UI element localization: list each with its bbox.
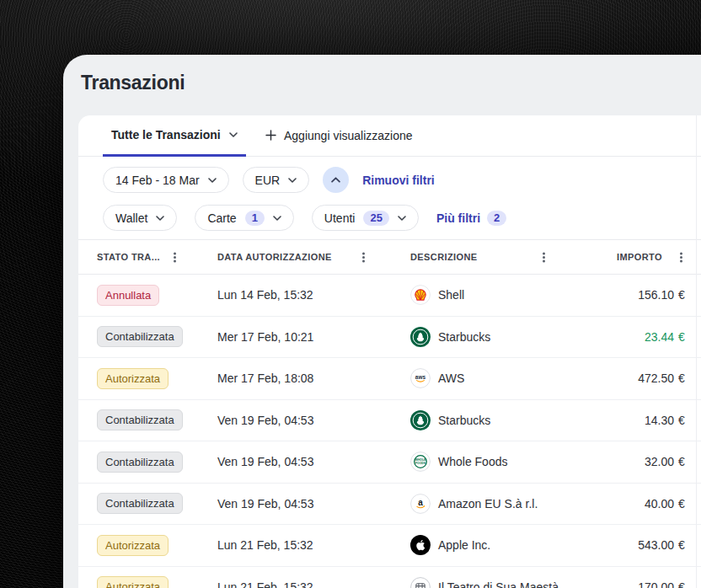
transaction-date: Ven 19 Feb, 04:53 xyxy=(201,455,390,468)
header-status: STATO TRA... xyxy=(78,250,201,264)
tab-all-transactions[interactable]: Tutte le Transazioni xyxy=(103,115,246,157)
header-auth-date: DATA AUTORIZZAZIONE xyxy=(201,250,390,264)
transaction-amount: 170.00 xyxy=(638,580,674,588)
status-badge: Contabilizzata xyxy=(97,409,183,430)
transaction-amount: 23.44 xyxy=(645,330,674,344)
chevron-down-icon xyxy=(208,178,217,183)
currency-symbol: € xyxy=(678,497,688,510)
remove-filters-link[interactable]: Rimuovi filtri xyxy=(362,174,435,187)
chevron-up-icon xyxy=(331,177,340,183)
status-cell: Contabilizzata xyxy=(78,452,201,473)
header-description-label: DESCRIZIONE xyxy=(410,252,478,262)
currency-symbol: € xyxy=(678,580,688,588)
amount-cell: 472.50 € xyxy=(570,372,688,385)
description-cell: Apple Inc. xyxy=(390,535,570,555)
table-body: Annullata Lun 14 Feb, 15:32 Shell 156.10… xyxy=(78,275,701,588)
users-count-badge: 25 xyxy=(363,211,388,226)
transaction-date: Mer 17 Feb, 10:21 xyxy=(201,330,390,344)
column-menu-icon[interactable] xyxy=(674,250,688,264)
shell-icon xyxy=(410,285,431,305)
users-filter[interactable]: Utenti 25 xyxy=(312,205,419,231)
transaction-amount: 543.00 xyxy=(638,538,674,552)
description-cell: Il Teatro di Sua Maestà xyxy=(390,577,570,588)
wallet-filter[interactable]: Wallet xyxy=(103,205,177,231)
date-range-value: 14 Feb - 18 Mar xyxy=(115,174,200,187)
merchant-name: AWS xyxy=(438,372,464,385)
transaction-amount: 40.00 xyxy=(645,497,674,510)
transaction-date: Ven 19 Feb, 04:53 xyxy=(201,497,390,510)
svg-text:FOODS: FOODS xyxy=(415,462,426,465)
header-description: DESCRIZIONE xyxy=(390,250,570,264)
transaction-date: Lun 21 Feb, 15:32 xyxy=(201,580,390,588)
merchant-name: Il Teatro di Sua Maestà xyxy=(438,580,559,588)
amount-cell: 40.00 € xyxy=(570,497,688,510)
collapse-filters-button[interactable] xyxy=(323,167,349,193)
table-row[interactable]: Contabilizzata Ven 19 Feb, 04:53 Starbuc… xyxy=(78,400,701,442)
table-row[interactable]: Autorizzata Lun 21 Feb, 15:32 Apple Inc.… xyxy=(78,525,701,567)
cards-filter[interactable]: Carte 1 xyxy=(195,205,293,231)
status-cell: Autorizzata xyxy=(78,535,201,556)
starbucks-icon xyxy=(410,410,431,430)
description-cell: Shell xyxy=(390,285,570,305)
status-badge: Contabilizzata xyxy=(97,493,183,514)
more-filters-button[interactable]: Più filtri 2 xyxy=(436,211,506,226)
transactions-window: Transazioni Tutte le Transazioni Aggiung… xyxy=(63,55,701,588)
amazon-icon: a xyxy=(410,494,431,514)
description-cell: Starbucks xyxy=(390,327,570,347)
header-status-label: STATO TRA... xyxy=(97,252,160,262)
column-menu-icon[interactable] xyxy=(537,250,550,264)
theater-icon xyxy=(410,577,431,588)
transaction-amount: 156.10 xyxy=(638,288,674,302)
cards-count-badge: 1 xyxy=(245,211,265,226)
merchant-name: Apple Inc. xyxy=(438,538,490,552)
status-badge: Annullata xyxy=(97,285,159,306)
transaction-amount: 472.50 xyxy=(638,372,674,385)
status-cell: Contabilizzata xyxy=(78,493,201,514)
view-tabs: Tutte le Transazioni Aggiungi visualizza… xyxy=(78,115,701,157)
currency-filter[interactable]: EUR xyxy=(243,167,310,193)
header-auth-date-label: DATA AUTORIZZAZIONE xyxy=(217,252,332,262)
merchant-name: Starbucks xyxy=(438,414,490,427)
chevron-down-icon xyxy=(156,216,164,221)
transaction-amount: 32.00 xyxy=(645,455,674,468)
status-cell: Annullata xyxy=(78,285,201,306)
chevron-down-icon xyxy=(288,178,297,183)
column-menu-icon[interactable] xyxy=(356,250,370,264)
date-range-filter[interactable]: 14 Feb - 18 Mar xyxy=(103,167,229,193)
transactions-panel: Tutte le Transazioni Aggiungi visualizza… xyxy=(78,115,701,588)
table-row[interactable]: Contabilizzata Ven 19 Feb, 04:53 WHOLEFO… xyxy=(78,441,701,484)
table-row[interactable]: Annullata Lun 14 Feb, 15:32 Shell 156.10… xyxy=(78,275,701,317)
add-view-button[interactable]: Aggiungi visualizzazione xyxy=(265,115,413,155)
currency-value: EUR xyxy=(255,174,281,187)
add-view-label: Aggiungi visualizzazione xyxy=(284,129,413,142)
currency-symbol: € xyxy=(678,538,688,552)
header-amount-label: IMPORTO xyxy=(617,252,662,262)
amount-cell: 14.30 € xyxy=(570,414,688,427)
merchant-name: Whole Foods xyxy=(438,455,507,468)
more-filters-label: Più filtri xyxy=(436,211,480,225)
currency-symbol: € xyxy=(678,414,688,427)
column-menu-icon[interactable] xyxy=(168,250,181,264)
amount-cell: 23.44 € xyxy=(570,330,688,344)
plus-icon xyxy=(265,130,276,141)
amount-cell: 32.00 € xyxy=(570,455,688,468)
chevron-down-icon xyxy=(398,216,406,221)
currency-symbol: € xyxy=(678,372,688,385)
description-cell: a Amazon EU S.à r.l. xyxy=(390,494,570,514)
table-row[interactable]: Autorizzata Lun 21 Feb, 15:32 Il Teatro … xyxy=(78,567,701,588)
chevron-down-icon xyxy=(229,132,238,137)
status-badge: Autorizzata xyxy=(97,576,169,588)
table-row[interactable]: Contabilizzata Mer 17 Feb, 10:21 Starbuc… xyxy=(78,317,701,359)
merchant-name: Amazon EU S.à r.l. xyxy=(438,497,538,510)
table-row[interactable]: Autorizzata Mer 17 Feb, 18:08 aws AWS 47… xyxy=(78,358,701,400)
transaction-date: Ven 19 Feb, 04:53 xyxy=(201,414,390,427)
status-cell: Autorizzata xyxy=(78,368,201,389)
chevron-down-icon xyxy=(273,216,281,221)
wholefoods-icon: WHOLEFOODS xyxy=(410,452,431,472)
merchant-name: Shell xyxy=(438,288,464,302)
page-title: Transazioni xyxy=(81,72,185,94)
table-row[interactable]: Contabilizzata Ven 19 Feb, 04:53 a Amazo… xyxy=(78,484,701,526)
currency-symbol: € xyxy=(678,455,688,468)
tab-label: Tutte le Transazioni xyxy=(111,128,221,142)
description-cell: Starbucks xyxy=(390,410,570,430)
